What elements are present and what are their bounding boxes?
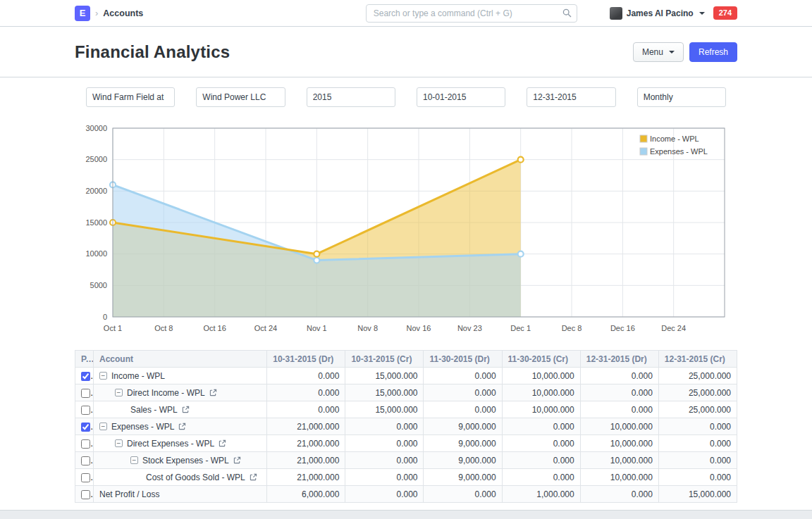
account-cell: Cost of Goods Sold - WPL xyxy=(94,469,267,486)
account-name: Income - WPL xyxy=(111,371,165,381)
plot-checkbox[interactable] xyxy=(81,490,90,499)
svg-text:Oct 16: Oct 16 xyxy=(203,324,226,332)
svg-text:Oct 24: Oct 24 xyxy=(254,324,277,332)
open-link-icon[interactable] xyxy=(178,423,186,430)
table-row: −Direct Expenses - WPL21,000.0000.0009,0… xyxy=(75,435,737,452)
amount-cell: 10,000.000 xyxy=(580,452,658,469)
chevron-down-icon xyxy=(699,12,705,15)
user-menu[interactable]: James Al Pacino xyxy=(610,7,705,20)
collapse-icon[interactable]: − xyxy=(99,423,107,430)
amount-cell: 0.000 xyxy=(658,435,737,452)
account-cell: −Income - WPL xyxy=(94,368,267,384)
amount-cell: 0.000 xyxy=(345,469,424,486)
amount-cell: 0.000 xyxy=(580,486,658,503)
amount-cell: 10,000.000 xyxy=(580,469,658,486)
svg-text:10000: 10000 xyxy=(85,249,107,258)
open-link-icon[interactable] xyxy=(219,439,226,447)
amount-cell: 0.000 xyxy=(424,384,502,401)
amount-cell: 0.000 xyxy=(580,368,658,384)
account-name: Direct Income - WPL xyxy=(127,388,205,398)
amount-cell: 0.000 xyxy=(658,452,737,469)
collapse-icon[interactable]: − xyxy=(115,389,123,396)
open-link-icon[interactable] xyxy=(233,456,241,464)
amount-cell: 9,000.000 xyxy=(424,452,502,469)
account-cell: −Stock Expenses - WPL xyxy=(94,452,267,469)
amount-cell: 21,000.000 xyxy=(267,452,345,469)
amount-cell: 21,000.000 xyxy=(267,469,345,486)
table-row: −Direct Income - WPL0.00015,000.0000.000… xyxy=(75,384,737,401)
svg-text:5000: 5000 xyxy=(90,281,107,289)
account-name: Cost of Goods Sold - WPL xyxy=(146,473,245,482)
menu-button[interactable]: Menu xyxy=(633,42,684,62)
chart-canvas: 050001000015000200002500030000Oct 1Oct 8… xyxy=(75,118,737,341)
amount-cell: 10,000.000 xyxy=(580,435,658,452)
plot-checkbox[interactable] xyxy=(81,389,90,398)
breadcrumb-chevron-icon: › xyxy=(95,8,98,18)
collapse-icon[interactable]: − xyxy=(99,372,107,380)
account-name: Stock Expenses - WPL xyxy=(142,456,229,465)
amount-cell: 0.000 xyxy=(424,486,502,503)
filter-from-date[interactable] xyxy=(417,87,505,107)
search-input[interactable] xyxy=(366,4,577,23)
analytics-chart: 050001000015000200002500030000Oct 1Oct 8… xyxy=(75,108,737,343)
amount-cell: 0.000 xyxy=(424,401,502,418)
amount-cell: 0.000 xyxy=(267,401,345,418)
breadcrumb-accounts[interactable]: Accounts xyxy=(103,8,143,18)
amount-cell: 0.000 xyxy=(502,418,580,435)
svg-text:0: 0 xyxy=(103,313,107,321)
account-name: Sales - WPL xyxy=(130,405,178,415)
navbar-search xyxy=(366,4,577,23)
amount-cell: 0.000 xyxy=(345,486,424,503)
amount-cell: 0.000 xyxy=(345,452,424,469)
avatar xyxy=(610,7,622,20)
data-point xyxy=(518,251,524,257)
filter-chart-of-accounts[interactable] xyxy=(86,87,175,107)
filter-company[interactable] xyxy=(196,87,285,107)
table-row: −Income - WPL0.00015,000.0000.00010,000.… xyxy=(75,368,737,384)
refresh-button[interactable]: Refresh xyxy=(689,42,737,62)
account-cell: Sales - WPL xyxy=(94,401,267,418)
collapse-icon[interactable]: − xyxy=(130,456,138,464)
plot-checkbox[interactable] xyxy=(81,423,90,432)
amount-cell: 25,000.000 xyxy=(658,401,737,418)
plot-checkbox[interactable] xyxy=(81,439,90,449)
plot-checkbox[interactable] xyxy=(81,473,90,482)
collapse-icon[interactable]: − xyxy=(115,439,123,447)
notifications-badge[interactable]: 274 xyxy=(713,6,737,20)
account-cell: −Direct Income - WPL xyxy=(94,384,267,401)
account-cell: −Direct Expenses - WPL xyxy=(94,435,267,452)
svg-text:Oct 1: Oct 1 xyxy=(104,324,122,332)
plot-checkbox[interactable] xyxy=(81,372,90,381)
amount-cell: 0.000 xyxy=(658,469,737,486)
svg-text:Nov 23: Nov 23 xyxy=(457,324,482,332)
amount-cell: 15,000.000 xyxy=(345,401,424,418)
plot-checkbox[interactable] xyxy=(81,456,90,465)
open-link-icon[interactable] xyxy=(250,473,257,481)
app-logo[interactable]: E xyxy=(75,6,90,21)
amount-cell: 0.000 xyxy=(345,435,424,452)
amount-cell: 9,000.000 xyxy=(424,418,502,435)
plot-checkbox[interactable] xyxy=(81,406,90,415)
filter-to-date[interactable] xyxy=(527,87,615,107)
svg-text:30000: 30000 xyxy=(85,124,107,132)
page-header: Financial Analytics Menu Refresh xyxy=(0,27,812,77)
column-header: 12-31-2015 (Dr) xyxy=(580,351,658,368)
amount-cell: 10,000.000 xyxy=(580,418,658,435)
table-row: Sales - WPL0.00015,000.0000.00010,000.00… xyxy=(75,401,737,418)
amount-cell: 0.000 xyxy=(267,368,345,384)
open-link-icon[interactable] xyxy=(182,406,190,413)
data-point xyxy=(314,251,319,257)
legend-swatch xyxy=(640,135,647,142)
chevron-down-icon xyxy=(669,51,675,54)
page-title: Financial Analytics xyxy=(75,42,230,62)
column-header: 12-31-2015 (Cr) xyxy=(658,351,737,368)
open-link-icon[interactable] xyxy=(209,389,217,396)
filter-fiscal-year[interactable] xyxy=(307,87,395,107)
amount-cell: 0.000 xyxy=(502,469,580,486)
table-row: −Expenses - WPL21,000.0000.0009,000.0000… xyxy=(75,418,737,435)
table-row: Cost of Goods Sold - WPL21,000.0000.0009… xyxy=(75,469,737,486)
legend-swatch xyxy=(640,148,647,155)
account-name: Expenses - WPL xyxy=(111,422,174,432)
filter-frequency[interactable] xyxy=(637,87,726,107)
amount-cell: 10,000.000 xyxy=(502,401,580,418)
